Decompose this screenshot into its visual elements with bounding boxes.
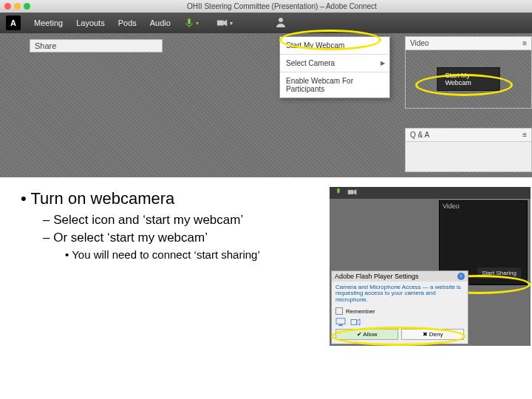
menu-bar: A Meeting Layouts Pods Audio ▾ ▾ (0, 13, 532, 33)
zoom-icon[interactable] (24, 3, 30, 10)
flash-settings-dialog: Adobe Flash Player Settings i Camera and… (331, 270, 468, 344)
svg-rect-0 (217, 20, 224, 25)
bullet-level-2: – Select icon and ‘start my webcam’ (43, 213, 324, 228)
chevron-right-icon: ▶ (381, 60, 385, 66)
flash-buttons: ✔ Allow ✖ Deny (332, 329, 468, 344)
microphone-icon[interactable] (334, 186, 343, 200)
dropdown-start-webcam[interactable]: Start My Webcam (280, 37, 389, 55)
svg-rect-3 (336, 318, 345, 324)
adobe-logo-icon: A (6, 16, 21, 30)
window-title: OHII Steering Committee (Presentation) –… (36, 2, 528, 10)
secondary-toolbar (330, 187, 531, 199)
webcam-icon[interactable] (347, 186, 358, 200)
bullet-level-3: • You will need to connect ‘start sharin… (65, 248, 324, 261)
qa-pod-title: Q & A (410, 131, 429, 139)
display-icon (335, 318, 346, 327)
minimize-icon[interactable] (14, 3, 21, 10)
dropdown-select-label: Select Camera (286, 59, 335, 67)
svg-rect-4 (338, 324, 342, 326)
microphone-icon[interactable]: ▾ (184, 18, 199, 28)
video-preview-title: Video (440, 201, 527, 211)
menu-pods[interactable]: Pods (118, 18, 137, 27)
svg-rect-2 (348, 190, 354, 194)
menu-meeting[interactable]: Meeting (34, 18, 63, 27)
adobe-connect-window: OHII Steering Committee (Presentation) –… (0, 0, 532, 177)
start-webcam-button[interactable]: Start My Webcam (437, 67, 500, 91)
remember-checkbox[interactable] (335, 307, 343, 315)
dropdown-start-label: Start My Webcam (286, 41, 344, 50)
qa-pod-header: Q & A ≡ (406, 129, 531, 142)
video-pod-body: Start My Webcam (406, 50, 531, 108)
start-sharing-button[interactable]: Start Sharing (477, 267, 521, 279)
secondary-screenshot: Video Start Sharing Adobe Flash Player S… (330, 187, 531, 346)
dropdown-enable-participants[interactable]: Enable Webcam For Participants (280, 72, 389, 98)
qa-pod-body (406, 142, 531, 171)
info-icon[interactable]: i (457, 273, 465, 280)
right-column: Video ≡ Start My Webcam Q & A ≡ (405, 36, 532, 172)
webcam-dropdown: Start My Webcam Select Camera▶ Enable We… (279, 36, 390, 98)
flash-dialog-header: Adobe Flash Player Settings i (332, 271, 468, 282)
pod-menu-icon[interactable]: ≡ (522, 39, 527, 47)
pod-menu-icon[interactable]: ≡ (522, 131, 527, 139)
allow-button[interactable]: ✔ Allow (335, 329, 398, 340)
dropdown-select-camera[interactable]: Select Camera▶ (280, 55, 389, 72)
camera-icon (350, 318, 361, 327)
device-icons (332, 318, 468, 329)
svg-rect-5 (351, 320, 357, 325)
share-pod-header[interactable]: Share (30, 39, 163, 52)
instruction-text: • Turn on webcamera – Select icon and ‘s… (21, 189, 324, 261)
workspace: Share Start My Webcam Select Camera▶ Ena… (0, 33, 532, 177)
menu-layouts[interactable]: Layouts (76, 18, 105, 27)
deny-button[interactable]: ✖ Deny (401, 329, 464, 340)
flash-dialog-title: Adobe Flash Player Settings (335, 273, 419, 280)
remember-label: Remember (346, 308, 375, 315)
flash-remember-row: Remember (332, 305, 468, 318)
qa-pod: Q & A ≡ (405, 128, 532, 172)
video-pod-header: Video ≡ (406, 37, 531, 50)
video-pod-title: Video (410, 39, 429, 47)
video-pod: Video ≡ Start My Webcam (405, 36, 532, 109)
menu-audio[interactable]: Audio (150, 18, 171, 27)
bullet-level-2: – Or select ‘start my webcam’ (43, 231, 324, 245)
svg-point-1 (279, 18, 283, 22)
flash-dialog-message: Camera and Microphone Access — a website… (332, 282, 468, 305)
dropdown-enable-label: Enable Webcam For Participants (286, 77, 353, 93)
webcam-icon[interactable]: ▾ (216, 18, 233, 28)
traffic-lights (4, 3, 30, 10)
bullet-level-1: • Turn on webcamera (21, 189, 324, 208)
close-icon[interactable] (4, 3, 11, 10)
person-icon[interactable] (276, 17, 286, 29)
mac-titlebar: OHII Steering Committee (Presentation) –… (0, 0, 532, 13)
